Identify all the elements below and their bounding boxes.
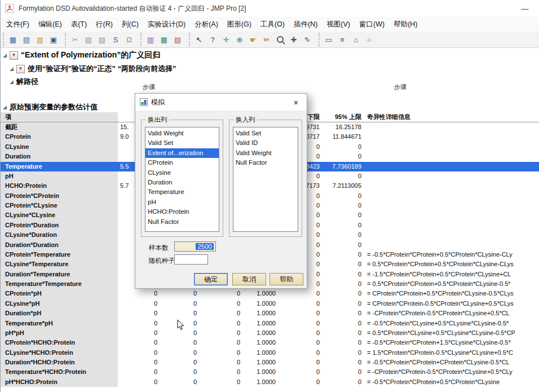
ok-button[interactable]: 确定 <box>194 273 228 285</box>
upper-95-cell: 0 <box>1 348 361 358</box>
new-data-table-icon[interactable]: ▦ <box>6 33 20 46</box>
arrow-cursor-icon[interactable]: ↖ <box>192 33 206 46</box>
upper-95-cell: 0 <box>1 299 361 309</box>
menu-item-10[interactable]: 视图(V) <box>322 18 355 31</box>
singularity-cell: = -0.5*CProtein*CProtein+0.5*CProtein*CL… <box>367 377 500 387</box>
grabber-hand-icon[interactable]: ☛ <box>246 33 260 46</box>
menu-item-11[interactable]: 窗口(W) <box>355 18 389 31</box>
list-item[interactable]: Valid Set <box>233 129 298 138</box>
list-item[interactable]: Null Factor <box>145 217 219 227</box>
step-axis-label: 步骤 <box>143 83 155 91</box>
outline-title: 原始预测变量的参数估计值 <box>10 102 98 112</box>
disclosure-triangle-icon[interactable]: ◢ <box>3 53 7 58</box>
menu-item-6[interactable]: 分析(A) <box>190 18 223 31</box>
table-row[interactable]: CLysine*pH0001.000000= CProtein*CProtein… <box>1 299 539 309</box>
graph-builder-icon[interactable]: ▧ <box>171 33 184 46</box>
outline-node-validation: ◢ ▼ 使用“验证列”验证的“正态” “两阶段向前选择” <box>10 64 176 74</box>
menu-item-8[interactable]: 工具(O) <box>256 18 289 31</box>
toolbar-group: ✂▧▨SΩ <box>65 33 138 46</box>
close-icon[interactable]: × <box>290 98 302 107</box>
menu-item-7[interactable]: 图形(G) <box>223 18 256 31</box>
upper-95-cell: 0 <box>1 338 361 347</box>
list-item[interactable]: Null Factor <box>233 158 298 168</box>
menu-item-0[interactable]: 文件(F) <box>2 18 34 31</box>
cut-icon[interactable]: ✂ <box>68 33 82 46</box>
layout-icon[interactable]: ▦ <box>157 33 171 46</box>
cancel-button[interactable]: 取消 <box>232 273 266 285</box>
table-row[interactable]: pH*HCHO:Protein0001.000000= -0.5*CProtei… <box>1 377 539 387</box>
list-item[interactable]: CProtein <box>145 158 219 168</box>
sample-count-label: 样本数 <box>149 244 169 252</box>
list-item[interactable]: Valid ID <box>233 138 298 148</box>
switch-in-list[interactable]: Valid SetValid IDValid WeightNull Factor <box>233 127 298 232</box>
table-row[interactable]: Temperature*HCHO:Protein0001.000000= -CP… <box>1 367 539 377</box>
journal-icon[interactable]: ▥ <box>144 33 157 46</box>
toolbar-group: ▥▦▧ <box>140 33 187 46</box>
globe-icon[interactable]: ⊕ <box>233 33 246 46</box>
paste-icon[interactable]: ▨ <box>95 33 109 46</box>
help-tool-icon[interactable]: ? <box>206 33 219 46</box>
upper-95-cell: 0 <box>1 289 361 298</box>
table-row[interactable]: pH*pH0001.000000= 0.5*CProtein*CLysine+0… <box>1 328 539 338</box>
sample-count-input[interactable]: 2500 <box>174 241 216 252</box>
table-row[interactable]: CProtein*pH0001.000000= CProtein*CProtei… <box>1 289 539 298</box>
magnifier-icon[interactable] <box>273 33 287 46</box>
minimize-button[interactable]: — <box>515 5 534 13</box>
sample-count-value: 2500 <box>196 243 214 250</box>
plus-icon[interactable]: ✚ <box>287 33 301 46</box>
list-item[interactable]: Valid Set <box>145 138 219 148</box>
move-tool-icon[interactable]: ✛ <box>219 33 233 46</box>
list-item[interactable]: Extent of...erization <box>145 148 219 158</box>
menu-item-3[interactable]: 行(R) <box>91 18 117 31</box>
rectangle-annotate-icon[interactable]: ▭ <box>322 33 335 46</box>
random-seed-input[interactable] <box>174 254 208 265</box>
menu-item-9[interactable]: 插件(N) <box>289 18 322 31</box>
menu-item-12[interactable]: 帮助(H) <box>389 18 422 31</box>
menu-item-2[interactable]: 表(T) <box>67 18 91 31</box>
switch-out-list[interactable]: Valid WeightValid SetExtent of...erizati… <box>145 127 219 232</box>
open-icon[interactable]: ▥ <box>33 33 47 46</box>
save-icon[interactable]: ▣ <box>47 33 60 46</box>
list-item[interactable]: Duration <box>145 178 219 187</box>
table-row[interactable]: Temperature*pH0001.000000= -0.5*CProtein… <box>1 319 539 328</box>
table-row[interactable]: CProtein*HCHO:Protein0001.000000= -0.5*C… <box>1 338 539 347</box>
toolbar: ▦▤▥▣✂▧▨SΩ▥▦▧↖?✛⊕☛✏✚✎▭≡⌂○ <box>1 32 539 48</box>
table-row[interactable]: Duration*pH0001.000000= -CProtein*CProte… <box>1 309 539 318</box>
list-item[interactable]: Valid Weight <box>233 148 298 158</box>
list-item[interactable]: CLysine <box>145 168 219 178</box>
list-item[interactable]: pH <box>145 197 219 207</box>
table-row[interactable]: CLysine*HCHO:Protein0001.000000= 1.5*CPr… <box>1 348 539 358</box>
pencil-icon[interactable]: ✎ <box>301 33 314 46</box>
menu-item-1[interactable]: 编辑(E) <box>34 18 67 31</box>
new-journal-icon[interactable]: ▤ <box>20 33 33 46</box>
help-button[interactable]: 帮助 <box>270 273 303 285</box>
outline-title: 解路径 <box>16 77 38 87</box>
random-seed-label: 随机种子 <box>149 257 175 265</box>
copy-special-icon[interactable]: S <box>109 33 122 46</box>
column-header-singularity[interactable]: 奇异性详细信息 <box>367 112 410 122</box>
list-item[interactable]: Valid Weight <box>145 129 219 138</box>
brush-icon[interactable]: ✏ <box>260 33 273 46</box>
red-triangle-menu-icon[interactable]: ▼ <box>16 65 25 73</box>
lines-annotate-icon[interactable]: ≡ <box>335 33 349 46</box>
disclosure-triangle-icon[interactable]: ◢ <box>10 67 14 72</box>
copy-icon[interactable]: ▧ <box>82 33 95 46</box>
dialog-title: 模拟 <box>151 98 165 107</box>
title-bar: Formylation DSD Autovalidation-started 自… <box>1 0 539 17</box>
menu-item-5[interactable]: 实验设计(D) <box>143 18 190 31</box>
disclosure-triangle-icon[interactable]: ◢ <box>10 80 14 85</box>
disclosure-triangle-icon[interactable]: ◢ <box>3 105 7 110</box>
red-triangle-menu-icon[interactable]: ▼ <box>10 51 18 60</box>
list-item[interactable]: HCHO:Protein <box>145 207 219 217</box>
oval-annotate-icon[interactable]: ○ <box>363 33 376 46</box>
upper-95-cell: 0 <box>1 358 361 367</box>
table-row[interactable]: Duration*HCHO:Protein0001.000000= -0.5*C… <box>1 358 539 367</box>
outline-node-genreg: ◢ ▼ “Extent of Polymerization”的广义回归 <box>3 50 160 60</box>
window-title: Formylation DSD Autovalidation-started 自… <box>19 4 246 14</box>
list-item[interactable]: Temperature <box>145 187 219 197</box>
polygon-annotate-icon[interactable]: ⌂ <box>349 33 363 46</box>
toolbar-group: ▭≡⌂○ <box>319 33 378 46</box>
lock-icon[interactable]: Ω <box>122 33 136 46</box>
dialog-title-bar: 模拟 × <box>135 94 307 111</box>
menu-item-4[interactable]: 列(C) <box>117 18 143 31</box>
